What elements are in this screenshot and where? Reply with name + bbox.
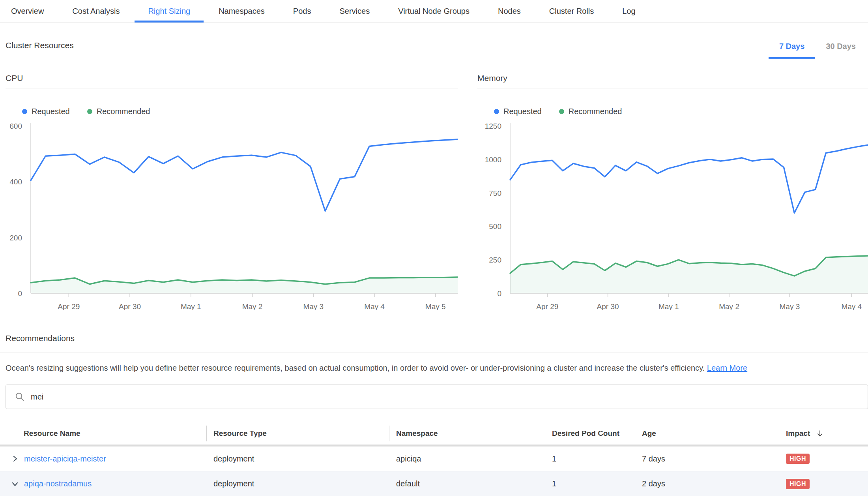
legend-item-recommended: Recommended — [87, 107, 150, 116]
tab-namespaces[interactable]: Namespaces — [219, 0, 265, 23]
impact-badge-high: HIGH — [786, 454, 810, 464]
tab-services[interactable]: Services — [339, 0, 370, 23]
cpu-chart-panel: CPU Requested Recommended 0200400600Apr … — [6, 73, 458, 311]
tab-right-sizing[interactable]: Right Sizing — [148, 0, 190, 23]
svg-text:500: 500 — [489, 222, 501, 231]
range-tab-30-days[interactable]: 30 Days — [815, 42, 866, 59]
memory-chart-title: Memory — [477, 73, 868, 88]
table-row[interactable]: meister-apiciqa-meister deployment apici… — [0, 446, 868, 471]
age-cell: 7 days — [635, 454, 779, 463]
section-title-recommendations: Recommendations — [0, 334, 868, 353]
namespace-cell: apiciqa — [389, 454, 545, 463]
resource-name-link[interactable]: apiqa-nostradamus — [24, 479, 92, 488]
memory-chart-panel: Memory Requested Recommended 02505007501… — [477, 73, 868, 311]
svg-text:May 4: May 4 — [364, 302, 385, 310]
resource-search-box[interactable] — [6, 385, 868, 409]
svg-text:0: 0 — [18, 289, 22, 298]
memory-chart-svg: 025050075010001250Apr 29Apr 30May 1May 2… — [477, 120, 868, 310]
tab-cluster-rolls[interactable]: Cluster Rolls — [549, 0, 594, 23]
impact-badge-high: HIGH — [786, 479, 810, 489]
memory-chart-legend: Requested Recommended — [494, 107, 868, 116]
svg-text:May 1: May 1 — [181, 302, 201, 310]
column-header-resource-name[interactable]: Resource Name — [0, 422, 206, 445]
column-header-age[interactable]: Age — [635, 422, 779, 445]
legend-item-requested: Requested — [494, 107, 542, 116]
top-tab-bar: Overview Cost Analysis Right Sizing Name… — [0, 0, 868, 23]
column-header-desired-pod-count[interactable]: Desired Pod Count — [545, 422, 635, 445]
cpu-chart-legend: Requested Recommended — [22, 107, 458, 116]
memory-line-chart: 025050075010001250Apr 29Apr 30May 1May 2… — [477, 120, 868, 311]
svg-text:May 2: May 2 — [242, 302, 263, 310]
column-header-resource-type[interactable]: Resource Type — [206, 422, 389, 445]
svg-text:Apr 30: Apr 30 — [119, 302, 141, 310]
cpu-chart-svg: 0200400600Apr 29Apr 30May 1May 2May 3May… — [6, 120, 458, 310]
svg-text:May 1: May 1 — [658, 302, 679, 310]
svg-text:May 3: May 3 — [779, 302, 800, 310]
requested-dot-icon — [22, 109, 27, 114]
chevron-down-icon[interactable] — [11, 480, 19, 488]
svg-text:600: 600 — [9, 122, 22, 130]
recommendations-description-text: Ocean's resizing suggestions will help y… — [6, 364, 705, 372]
desired-pod-count-cell: 1 — [545, 454, 635, 463]
svg-text:250: 250 — [489, 256, 501, 264]
charts-row: CPU Requested Recommended 0200400600Apr … — [0, 73, 868, 311]
resource-type-cell: deployment — [206, 479, 389, 488]
chevron-right-icon[interactable] — [11, 455, 19, 463]
legend-label-requested: Requested — [503, 107, 542, 116]
legend-label-requested: Requested — [32, 107, 70, 116]
column-header-impact-label: Impact — [786, 429, 810, 438]
svg-text:0: 0 — [497, 289, 501, 298]
svg-text:May 3: May 3 — [303, 302, 324, 310]
svg-text:Apr 29: Apr 29 — [58, 302, 80, 310]
legend-item-recommended: Recommended — [559, 107, 622, 116]
svg-text:May 5: May 5 — [425, 302, 446, 310]
recommended-dot-icon — [559, 109, 564, 114]
tab-virtual-node-groups[interactable]: Virtual Node Groups — [398, 0, 470, 23]
section-title-cluster-resources: Cluster Resources — [6, 41, 74, 50]
recommended-dot-icon — [87, 109, 92, 114]
resource-name-link[interactable]: meister-apiciqa-meister — [24, 454, 106, 463]
namespace-cell: default — [389, 479, 545, 488]
range-tab-7-days[interactable]: 7 Days — [769, 42, 816, 59]
svg-text:Apr 30: Apr 30 — [597, 302, 619, 310]
tab-nodes[interactable]: Nodes — [498, 0, 521, 23]
table-row[interactable]: apiqa-nostradamus deployment default 1 2… — [0, 471, 868, 496]
cpu-chart-title: CPU — [6, 73, 458, 88]
search-input[interactable] — [31, 392, 868, 401]
svg-text:May 2: May 2 — [719, 302, 739, 310]
svg-text:400: 400 — [9, 178, 22, 186]
resource-type-cell: deployment — [206, 454, 389, 463]
svg-text:1250: 1250 — [485, 122, 501, 130]
desired-pod-count-cell: 1 — [545, 479, 635, 488]
legend-label-recommended: Recommended — [569, 107, 622, 116]
requested-dot-icon — [494, 109, 499, 114]
cpu-line-chart: 0200400600Apr 29Apr 30May 1May 2May 3May… — [6, 120, 458, 311]
tab-pods[interactable]: Pods — [293, 0, 311, 23]
legend-label-recommended: Recommended — [97, 107, 150, 116]
svg-text:200: 200 — [9, 234, 22, 242]
search-icon — [15, 392, 25, 402]
age-cell: 2 days — [635, 479, 779, 488]
recommendations-table: Resource Name Resource Type Namespace De… — [0, 422, 868, 496]
cluster-resources-header: Cluster Resources 7 Days 30 Days — [0, 23, 868, 59]
tab-cost-analysis[interactable]: Cost Analysis — [72, 0, 120, 23]
table-header-row: Resource Name Resource Type Namespace De… — [0, 422, 868, 445]
svg-text:May 4: May 4 — [841, 302, 862, 310]
svg-text:750: 750 — [489, 189, 501, 197]
svg-text:1000: 1000 — [485, 156, 501, 164]
tab-overview[interactable]: Overview — [11, 0, 44, 23]
column-header-namespace[interactable]: Namespace — [389, 422, 545, 445]
time-range-toggle: 7 Days 30 Days — [769, 42, 866, 59]
learn-more-link[interactable]: Learn More — [707, 364, 747, 372]
column-header-impact[interactable]: Impact — [779, 422, 868, 445]
legend-item-requested: Requested — [22, 107, 70, 116]
recommendations-section: Recommendations Ocean's resizing suggest… — [0, 334, 868, 496]
sort-descending-icon[interactable] — [816, 429, 824, 438]
tab-log[interactable]: Log — [622, 0, 635, 23]
recommendations-description: Ocean's resizing suggestions will help y… — [0, 364, 868, 373]
svg-text:Apr 29: Apr 29 — [536, 302, 558, 310]
